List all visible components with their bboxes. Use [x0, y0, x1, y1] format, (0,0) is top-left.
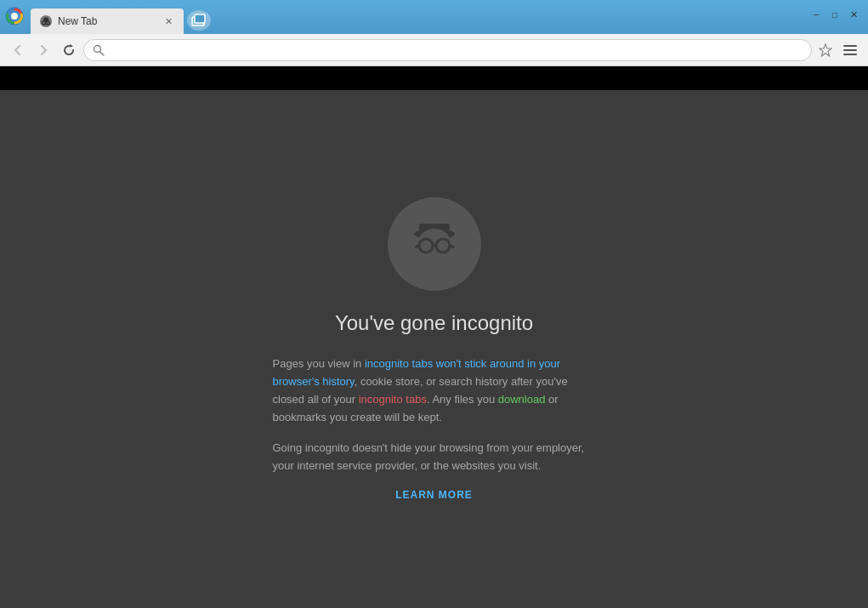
incognito-para-1: Pages you view in incognito tabs won't s…	[273, 355, 596, 426]
incognito-body: Pages you view in incognito tabs won't s…	[273, 355, 596, 501]
back-icon	[12, 44, 24, 56]
svg-line-22	[415, 246, 419, 247]
new-tab-icon	[191, 14, 207, 27]
address-bar[interactable]	[83, 39, 812, 61]
para1-text1: Pages you view in	[273, 357, 365, 370]
tab-favicon	[39, 14, 53, 28]
para1-highlight-green: download	[498, 393, 546, 406]
reload-button[interactable]	[58, 39, 80, 61]
search-icon	[93, 44, 105, 56]
svg-line-11	[100, 51, 105, 55]
bookmark-bar	[0, 66, 868, 90]
forward-icon	[37, 44, 49, 56]
chrome-icon	[5, 7, 24, 26]
new-tab-button[interactable]	[187, 10, 211, 31]
reload-icon	[63, 44, 75, 56]
minimize-icon: −	[814, 9, 819, 20]
address-input[interactable]	[110, 43, 803, 56]
maximize-icon: □	[832, 10, 837, 20]
svg-marker-12	[820, 44, 831, 56]
para1-text3: . Any files you	[427, 393, 498, 406]
main-content: You've gone incognito Pages you view in …	[0, 90, 868, 608]
star-icon	[819, 43, 832, 57]
close-button[interactable]: ✕	[846, 7, 861, 22]
chrome-menu-button[interactable]	[839, 39, 861, 61]
title-bar: New Tab ✕ − □ ✕	[0, 0, 868, 34]
menu-icon	[843, 44, 857, 56]
incognito-para-2: Going incognito doesn't hide your browsi…	[273, 440, 596, 475]
back-button[interactable]	[7, 39, 29, 61]
para1-highlight-red: incognito tabs	[359, 393, 427, 406]
svg-point-1	[11, 13, 18, 20]
active-tab[interactable]: New Tab ✕	[31, 9, 184, 34]
tab-close-button[interactable]: ✕	[162, 14, 175, 28]
close-icon: ✕	[850, 9, 858, 20]
svg-line-23	[450, 246, 454, 247]
navigation-bar	[0, 34, 868, 66]
forward-button[interactable]	[32, 39, 54, 61]
incognito-icon	[388, 197, 481, 291]
bookmark-button[interactable]	[815, 40, 836, 60]
maximize-button[interactable]: □	[827, 7, 842, 22]
incognito-title: You've gone incognito	[335, 311, 533, 335]
incognito-spy-icon	[405, 214, 464, 274]
tab-title: New Tab	[58, 15, 156, 27]
svg-rect-8	[195, 14, 205, 23]
minimize-button[interactable]: −	[808, 7, 824, 22]
learn-more-link[interactable]: LEARN MORE	[273, 489, 596, 501]
window-controls: − □ ✕	[808, 7, 861, 22]
